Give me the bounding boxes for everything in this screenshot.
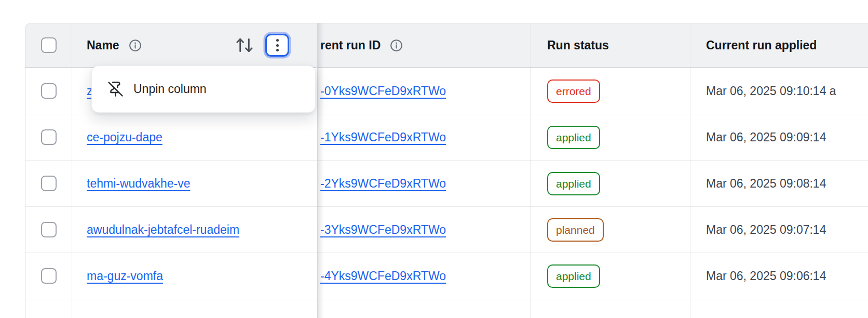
page: { "header": { "columns": [ { "id": "name… — [0, 0, 868, 318]
applied-at-cell: Mar 06, 2025 09:06:14 — [690, 253, 868, 299]
name-cell: ma-guz-vomfa — [72, 253, 317, 299]
table-row: awudulnak-jebtafcel-ruadeim -3Yks9WCFeD9… — [25, 207, 868, 253]
column-header-current-run-id: rent run ID — [317, 23, 531, 67]
run-status-badge: errored — [547, 80, 600, 103]
applied-at-cell: Mar 06, 2025 09:07:14 — [690, 207, 868, 253]
info-icon[interactable] — [128, 38, 142, 52]
row-checkbox[interactable] — [41, 83, 57, 99]
table-row: tehmi-wudvakhe-ve -2Yks9WCFeD9xRTWo appl… — [25, 161, 868, 207]
run-id-cell: -2Yks9WCFeD9xRTWo — [317, 161, 531, 206]
kebab-icon[interactable] — [265, 34, 289, 57]
name-cell: awudulnak-jebtafcel-ruadeim — [72, 207, 317, 253]
unpin-column-label: Unpin column — [133, 82, 207, 96]
applied-timestamp: Mar 06, 2025 09:09:14 — [706, 130, 826, 144]
run-id-link[interactable]: -0Yks9WCFeD9xRTWo — [320, 84, 446, 98]
row-checkbox[interactable] — [41, 129, 57, 145]
table-row: ce-pojzu-dape -1Yks9WCFeD9xRTWo applied … — [25, 114, 868, 161]
run-id-link[interactable]: -4Yks9WCFeD9xRTWo — [320, 269, 446, 283]
applied-timestamp: Mar 06, 2025 09:07:14 — [706, 223, 826, 237]
row-select-cell — [25, 207, 72, 253]
applied-at-cell: Mar 06, 2025 09:09:14 — [690, 114, 868, 160]
unpin-column-menu-item[interactable]: Unpin column — [107, 81, 207, 97]
applied-timestamp: Mar 06, 2025 09:06:14 — [706, 269, 826, 283]
name-column-label: Name — [87, 38, 119, 52]
info-icon[interactable] — [389, 38, 403, 52]
stack-name-link[interactable]: ce-pojzu-dape — [87, 130, 162, 144]
row-checkbox[interactable] — [41, 268, 57, 284]
unpin-icon — [107, 81, 124, 97]
row-select-cell — [25, 253, 72, 299]
applied-timestamp: Mar 06, 2025 09:10:14 a — [706, 84, 836, 98]
name-cell — [72, 299, 317, 318]
run-status-cell: errored — [531, 68, 690, 114]
run-id-link[interactable]: -3Yks9WCFeD9xRTWo — [320, 223, 446, 237]
row-select-cell — [25, 68, 72, 114]
row-select-cell — [25, 114, 72, 160]
run-id-cell: -1Yks9WCFeD9xRTWo — [317, 114, 531, 160]
run-status-column-label: Run status — [547, 38, 609, 52]
run-id-cell — [317, 299, 531, 318]
run-id-cell: -3Yks9WCFeD9xRTWo — [317, 207, 531, 253]
run-id-cell: -0Yks9WCFeD9xRTWo — [317, 68, 531, 114]
sort-arrows-icon[interactable] — [234, 35, 255, 56]
run-id-cell: -4Yks9WCFeD9xRTWo — [317, 253, 531, 299]
run-id-link[interactable]: -1Yks9WCFeD9xRTWo — [320, 130, 446, 144]
applied-at-cell — [690, 299, 868, 318]
name-cell: ce-pojzu-dape — [72, 114, 317, 160]
run-status-cell — [531, 299, 690, 318]
run-status-cell: applied — [531, 114, 690, 160]
current-run-applied-column-label: Current run applied — [706, 38, 817, 52]
applied-at-cell: Mar 06, 2025 09:10:14 a — [690, 68, 868, 114]
column-header-run-status: Run status — [531, 23, 690, 67]
stack-name-link[interactable]: ma-guz-vomfa — [87, 269, 163, 283]
select-all-checkbox[interactable] — [41, 37, 57, 53]
stack-name-link[interactable]: tehmi-wudvakhe-ve — [87, 177, 190, 191]
column-header-current-run-applied: Current run applied — [690, 23, 868, 67]
applied-timestamp: Mar 06, 2025 09:08:14 — [706, 177, 826, 191]
select-all-cell — [25, 23, 72, 67]
table-row — [25, 299, 868, 318]
run-status-badge: applied — [547, 126, 600, 149]
run-status-badge: applied — [547, 172, 600, 195]
stack-name-link[interactable]: awudulnak-jebtafcel-ruadeim — [87, 223, 239, 237]
row-select-cell — [25, 161, 72, 206]
run-status-cell: planned — [531, 207, 690, 253]
run-status-cell: applied — [531, 161, 690, 206]
name-cell: tehmi-wudvakhe-ve — [72, 161, 317, 206]
table-row: ma-guz-vomfa -4Yks9WCFeD9xRTWo applied M… — [25, 253, 868, 299]
current-run-id-column-label: rent run ID — [320, 38, 381, 52]
row-select-cell — [25, 299, 72, 318]
run-status-badge: planned — [547, 218, 604, 242]
column-menu: Unpin column — [91, 65, 316, 113]
applied-at-cell: Mar 06, 2025 09:08:14 — [690, 161, 868, 206]
run-status-cell: applied — [531, 253, 690, 299]
run-status-badge: applied — [547, 264, 600, 288]
column-header-name: Name — [72, 23, 317, 67]
table-header-row: Name rent run ID — [25, 23, 868, 68]
row-checkbox[interactable] — [41, 176, 57, 191]
row-checkbox[interactable] — [41, 222, 57, 237]
run-id-link[interactable]: -2Yks9WCFeD9xRTWo — [320, 177, 446, 191]
